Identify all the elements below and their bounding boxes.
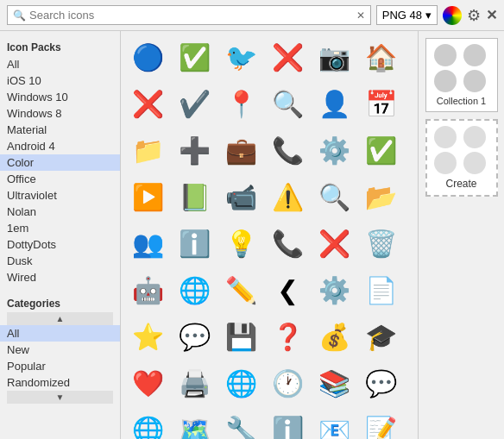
icon-info2[interactable]: ℹ️ <box>266 409 309 439</box>
settings-icon[interactable]: ⚙ <box>467 6 481 25</box>
icon-save[interactable]: 💾 <box>219 316 262 359</box>
icon-calendar[interactable]: 📅 <box>359 83 402 126</box>
icon-search[interactable]: 🔍 <box>266 83 309 126</box>
icon-idea[interactable]: 💡 <box>219 223 262 266</box>
error-icon: ❌ <box>272 42 303 73</box>
icon-edge[interactable]: 🌐 <box>219 362 262 405</box>
categories-scroll-down[interactable]: ▼ <box>7 391 113 404</box>
google-color-icon: 🌐 <box>132 415 163 439</box>
sidebar-category-randomized[interactable]: Randomized <box>0 374 120 391</box>
sidebar-category-new[interactable]: New <box>0 342 120 358</box>
icon-youtube-red[interactable]: 📹 <box>219 176 262 219</box>
search-box[interactable]: 🔍 ✕ <box>7 5 371 25</box>
sidebar-pack-android4[interactable]: Android 4 <box>0 138 120 154</box>
icon-user[interactable]: 👤 <box>312 83 356 126</box>
icon-back[interactable]: ❮ <box>266 269 309 312</box>
sidebar-pack-ultraviolet[interactable]: Ultraviolet <box>0 187 120 204</box>
icon-facebook[interactable]: 🔵 <box>126 36 169 79</box>
icon-whatsapp[interactable]: 📞 <box>266 129 309 172</box>
sidebar-category-popular[interactable]: Popular <box>0 358 120 374</box>
collection-circles <box>434 44 489 92</box>
sidebar-pack-nolan[interactable]: Nolan <box>0 204 120 220</box>
clear-search-button[interactable]: ✕ <box>356 9 365 22</box>
icon-check-circle[interactable]: ✅ <box>173 36 216 79</box>
icon-star[interactable]: ⭐ <box>126 316 169 359</box>
icon-settings[interactable]: ⚙️ <box>312 129 356 172</box>
icon-trash[interactable]: 🗑️ <box>359 223 402 266</box>
icon-home[interactable]: 🏠 <box>359 36 402 79</box>
icon-youtube[interactable]: ▶️ <box>126 176 169 219</box>
icon-excel[interactable]: 📗 <box>173 176 216 219</box>
format-dropdown[interactable]: PNG 48 ▾ <box>376 5 438 25</box>
icon-linkedin[interactable]: 💼 <box>219 129 262 172</box>
icon-document[interactable]: 📄 <box>359 269 402 312</box>
collection-label: Collection 1 <box>437 96 486 106</box>
sidebar-category-all[interactable]: All <box>0 325 120 342</box>
icon-close-box[interactable]: ❌ <box>312 223 356 266</box>
edge-icon: 🌐 <box>225 368 256 399</box>
category-list: AllNewPopularRandomized <box>0 325 120 391</box>
icon-word[interactable]: 📝 <box>359 409 402 439</box>
sidebar-pack-color[interactable]: Color <box>0 154 120 171</box>
icon-printer[interactable]: 🖨️ <box>173 362 216 405</box>
icon-chrome[interactable]: 🌐 <box>173 269 216 312</box>
icon-close-red[interactable]: ❌ <box>126 83 169 126</box>
whatsapp-icon: 📞 <box>272 135 303 166</box>
icon-cog[interactable]: ⚙️ <box>312 269 356 312</box>
icon-grid: 🔵✅🐦❌📷🏠❌✔️📍🔍👤📅📁➕💼📞⚙️✅▶️📗📹⚠️🔍📂👥ℹ️💡📞❌🗑️🤖🌐✏️… <box>126 36 413 439</box>
categories-scroll-up[interactable]: ▲ <box>7 312 113 325</box>
sidebar-pack-win10[interactable]: Windows 10 <box>0 89 120 105</box>
icon-group[interactable]: 👥 <box>126 223 169 266</box>
icon-folder-open[interactable]: 📂 <box>359 176 402 219</box>
close-button[interactable]: ✕ <box>486 7 497 23</box>
icon-coins[interactable]: 💰 <box>312 316 356 359</box>
cog-icon: ⚙️ <box>318 275 350 306</box>
icon-edit[interactable]: ✏️ <box>219 269 262 312</box>
sidebar-pack-ios10[interactable]: iOS 10 <box>0 72 120 89</box>
icon-gmail[interactable]: 📧 <box>312 409 356 439</box>
icon-tools[interactable]: 🔧 <box>219 409 262 439</box>
sidebar-pack-material[interactable]: Material <box>0 122 120 138</box>
icon-instagram[interactable]: 📷 <box>312 36 356 79</box>
icon-heart[interactable]: ❤️ <box>126 362 169 405</box>
icon-location[interactable]: 📍 <box>219 83 262 126</box>
icon-folder-yellow[interactable]: 📁 <box>126 129 169 172</box>
sidebar-pack-all[interactable]: All <box>0 56 120 72</box>
discord-icon: 💬 <box>365 368 396 399</box>
icon-info[interactable]: ℹ️ <box>173 223 216 266</box>
icon-google-color[interactable]: 🌐 <box>126 409 169 439</box>
icon-check-green[interactable]: ✅ <box>359 129 402 172</box>
create-collection-button[interactable]: Create <box>425 119 498 197</box>
checkmark-green-icon: ✔️ <box>179 89 210 120</box>
sidebar-pack-wired[interactable]: Wired <box>0 269 120 285</box>
icon-question[interactable]: ❓ <box>266 316 309 359</box>
document-icon: 📄 <box>365 275 396 306</box>
icon-android[interactable]: 🤖 <box>126 269 169 312</box>
icon-grid-area: 🔵✅🐦❌📷🏠❌✔️📍🔍👤📅📁➕💼📞⚙️✅▶️📗📹⚠️🔍📂👥ℹ️💡📞❌🗑️🤖🌐✏️… <box>121 31 418 439</box>
search-input[interactable] <box>29 9 353 22</box>
icon-phone[interactable]: 📞 <box>266 223 309 266</box>
icon-checkmark-green[interactable]: ✔️ <box>173 83 216 126</box>
icon-maps[interactable]: 🗺️ <box>173 409 216 439</box>
warning-icon: ⚠️ <box>272 182 303 213</box>
sidebar-pack-dottydots[interactable]: DottyDots <box>0 236 120 253</box>
sidebar-pack-1em[interactable]: 1em <box>0 220 120 236</box>
icon-graduate[interactable]: 🎓 <box>359 316 402 359</box>
icon-messenger[interactable]: 💬 <box>173 316 216 359</box>
icon-add-circle[interactable]: ➕ <box>173 129 216 172</box>
icon-warning[interactable]: ⚠️ <box>266 176 309 219</box>
packs-section-label: Icon Packs <box>0 36 120 56</box>
sidebar-pack-win8[interactable]: Windows 8 <box>0 105 120 122</box>
sidebar-pack-dusk[interactable]: Dusk <box>0 253 120 269</box>
color-picker-button[interactable] <box>443 6 462 25</box>
icon-books[interactable]: 📚 <box>312 362 356 405</box>
icon-error[interactable]: ❌ <box>266 36 309 79</box>
twitter-icon: 🐦 <box>225 42 256 73</box>
icon-discord[interactable]: 💬 <box>359 362 402 405</box>
format-label: PNG 48 <box>382 9 422 22</box>
icon-twitter[interactable]: 🐦 <box>219 36 262 79</box>
excel-icon: 📗 <box>179 182 210 213</box>
icon-google[interactable]: 🔍 <box>312 176 356 219</box>
sidebar-pack-office[interactable]: Office <box>0 171 120 187</box>
icon-clock[interactable]: 🕐 <box>266 362 309 405</box>
